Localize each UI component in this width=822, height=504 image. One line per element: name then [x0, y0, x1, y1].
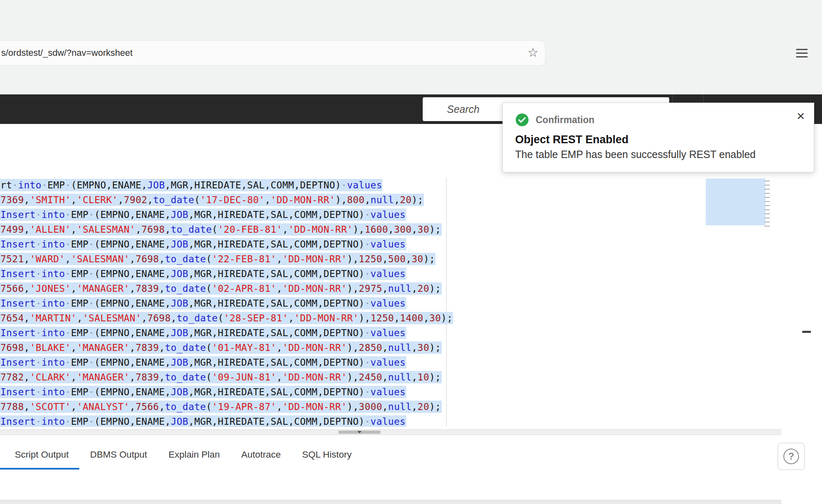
code-line[interactable]: 7521,'WARD','SALESMAN',7698,to_date('22-… [0, 252, 453, 267]
horizontal-splitter[interactable] [0, 429, 781, 435]
code-line[interactable]: 7369,'SMITH','CLERK',7902,to_date('17-DE… [0, 193, 453, 208]
success-check-icon [515, 113, 529, 127]
editor-code: rt·into·EMP·(EMPNO,ENAME,JOB,MGR,HIREDAT… [0, 178, 453, 427]
sql-editor[interactable]: rt·into·EMP·(EMPNO,ENAME,JOB,MGR,HIREDAT… [0, 178, 822, 427]
code-line[interactable]: 7499,'ALLEN','SALESMAN',7698,to_date('20… [0, 222, 453, 237]
url-text[interactable]: s/ordstest/_sdw/?nav=worksheet [0, 48, 133, 58]
browser-menu-icon[interactable] [796, 47, 808, 59]
output-panel: Script OutputDBMS OutputExplain PlanAuto… [0, 435, 822, 504]
code-line[interactable]: Insert·into·EMP·(EMPNO,ENAME,JOB,MGR,HIR… [0, 296, 453, 311]
code-line[interactable]: Insert·into·EMP·(EMPNO,ENAME,JOB,MGR,HIR… [0, 326, 453, 341]
code-line[interactable]: Insert·into·EMP·(EMPNO,ENAME,JOB,MGR,HIR… [0, 415, 453, 427]
toast-close-icon[interactable]: × [797, 109, 805, 123]
url-bar[interactable]: s/ordstest/_sdw/?nav=worksheet ☆ [0, 40, 546, 66]
toast-message: The table EMP has been successfully REST… [515, 149, 801, 160]
code-line[interactable]: Insert·into·EMP·(EMPNO,ENAME,JOB,MGR,HIR… [0, 355, 453, 370]
tab-explain-plan[interactable]: Explain Plan [158, 442, 230, 470]
help-question-icon: ? [783, 449, 799, 464]
code-line[interactable]: Insert·into·EMP·(EMPNO,ENAME,JOB,MGR,HIR… [0, 208, 453, 222]
tab-autotrace[interactable]: Autotrace [230, 442, 291, 470]
help-button[interactable]: ? [778, 443, 805, 470]
code-line[interactable]: 7698,'BLAKE','MANAGER',7839,to_date('01-… [0, 341, 453, 355]
tab-script-output[interactable]: Script Output [0, 442, 79, 470]
code-line[interactable]: 7654,'MARTIN','SALESMAN',7698,to_date('2… [0, 311, 453, 326]
scroll-highlight-region[interactable] [706, 179, 765, 225]
sql-developer-web-page: s/ordstest/_sdw/?nav=worksheet ☆ Search … [0, 0, 822, 504]
bookmark-star-icon[interactable]: ☆ [527, 46, 539, 59]
tab-dbms-output[interactable]: DBMS Output [79, 442, 158, 470]
scrollbar-thumb[interactable] [802, 331, 811, 333]
splitter-grip[interactable] [338, 431, 380, 434]
browser-chrome: s/ordstest/_sdw/?nav=worksheet ☆ [0, 0, 822, 94]
code-line[interactable]: 7782,'CLARK','MANAGER',7839,to_date('09-… [0, 370, 453, 385]
code-line[interactable]: 7788,'SCOTT','ANALYST',7566,to_date('19-… [0, 400, 453, 415]
toast-heading: Object REST Enabled [515, 133, 801, 146]
code-line[interactable]: rt·into·EMP·(EMPNO,ENAME,JOB,MGR,HIREDAT… [0, 178, 453, 193]
code-line[interactable]: Insert·into·EMP·(EMPNO,ENAME,JOB,MGR,HIR… [0, 267, 453, 282]
code-line[interactable]: Insert·into·EMP·(EMPNO,ENAME,JOB,MGR,HIR… [0, 385, 453, 400]
code-line[interactable]: Insert·into·EMP·(EMPNO,ENAME,JOB,MGR,HIR… [0, 237, 453, 252]
code-line[interactable]: 7566,'JONES','MANAGER',7839,to_date('02-… [0, 282, 453, 296]
toast-title: Confirmation [536, 115, 594, 126]
tab-sql-history[interactable]: SQL History [292, 442, 362, 470]
scrollbar-ticks [764, 181, 770, 227]
toast-header: Confirmation [515, 113, 801, 127]
confirmation-toast: Confirmation × Object REST Enabled The t… [502, 103, 814, 172]
output-tabbar: Script OutputDBMS OutputExplain PlanAuto… [0, 442, 362, 470]
bottom-scrollbar[interactable] [0, 500, 781, 504]
